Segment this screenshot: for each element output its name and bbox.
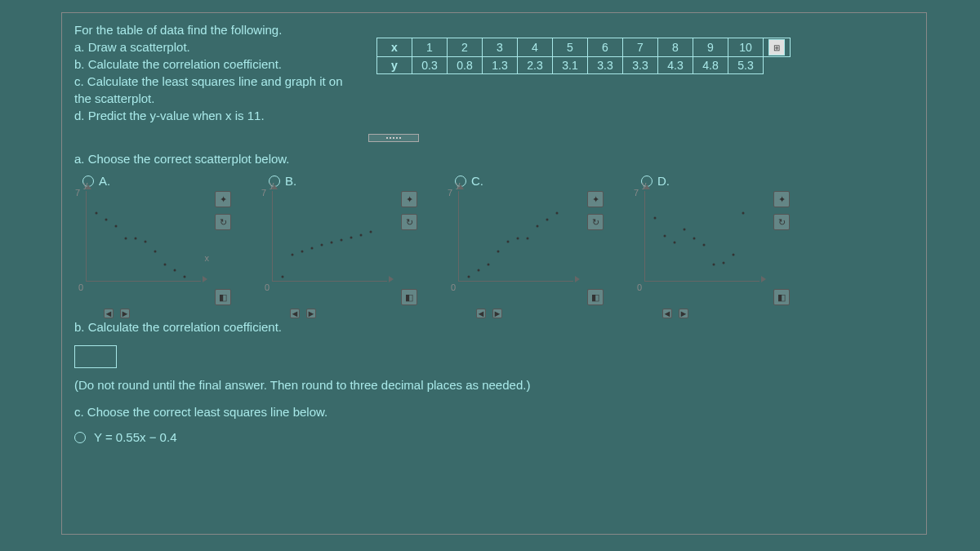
correlation-input[interactable]: [74, 345, 117, 368]
svg-point-8: [174, 269, 176, 272]
origin: 0: [451, 282, 456, 292]
expand-icon[interactable]: ◧: [773, 289, 790, 305]
section-c-prompt: c. Choose the correct least squares line…: [74, 405, 914, 419]
section-a-prompt: a. Choose the correct scatterplot below.: [74, 152, 914, 166]
cell: 4.8: [693, 57, 728, 74]
next-icon[interactable]: ►: [679, 309, 688, 318]
ytick: 7: [75, 188, 80, 198]
svg-point-23: [497, 251, 500, 253]
expand-icon[interactable]: ◧: [215, 289, 231, 305]
option-C-text: C.: [471, 174, 483, 188]
cell: 7: [623, 38, 658, 57]
option-A-label[interactable]: A.: [82, 174, 238, 188]
expand-icon[interactable]: ◧: [587, 289, 604, 305]
svg-point-38: [733, 254, 735, 256]
svg-point-36: [713, 264, 715, 266]
cell: 1.3: [483, 57, 518, 74]
reset-icon[interactable]: ↻: [215, 214, 231, 230]
svg-point-21: [478, 269, 480, 272]
svg-point-30: [654, 217, 657, 220]
plot-svg: [273, 191, 387, 281]
ylabel: y: [270, 180, 274, 189]
svg-point-10: [282, 276, 284, 278]
svg-point-34: [693, 238, 696, 240]
zoom-icon[interactable]: ✦: [587, 191, 604, 207]
option-D: D. y 7 0 ✦: [633, 174, 796, 305]
svg-point-32: [674, 242, 676, 244]
option-A: A. y 7 0 x: [74, 174, 238, 305]
rounding-hint: (Do not round until the final answer. Th…: [74, 378, 914, 392]
cell: 3.3: [623, 57, 658, 74]
svg-point-26: [527, 238, 529, 240]
option-D-text: D.: [657, 174, 670, 188]
equation-1-text: Y = 0.55x − 0.4: [94, 430, 176, 444]
cell: 0.8: [448, 57, 483, 74]
data-table-wrap: x 1 2 3 4 5 6 7 8 9 10 ⊞ y 0.3 0.8: [376, 21, 914, 124]
cell: 3.1: [553, 57, 588, 74]
plot-svg: [459, 191, 573, 281]
radio-eq1[interactable]: [74, 432, 86, 443]
svg-point-17: [350, 237, 353, 239]
svg-point-20: [468, 276, 470, 278]
option-B: B. y 7 0 ✦: [261, 174, 424, 305]
xlabel: x: [205, 253, 210, 263]
svg-point-18: [360, 234, 363, 237]
cell: 9: [693, 38, 728, 57]
zoom-icon[interactable]: ✦: [773, 191, 790, 207]
zoom-icon[interactable]: ✦: [215, 191, 231, 207]
question-panel: For the table of data find the following…: [61, 12, 927, 535]
option-D-label[interactable]: D.: [641, 174, 796, 188]
option-A-text: A.: [99, 174, 110, 188]
cell: 2: [448, 38, 483, 57]
svg-point-5: [145, 241, 147, 243]
ytick: 7: [261, 188, 266, 198]
copy-icon[interactable]: ⊞: [768, 39, 785, 56]
cell: 2.3: [518, 57, 553, 74]
svg-point-6: [154, 251, 157, 253]
reset-icon[interactable]: ↻: [587, 214, 604, 230]
svg-point-2: [115, 225, 118, 228]
svg-point-14: [321, 244, 323, 247]
svg-point-4: [135, 238, 137, 240]
zoom-icon[interactable]: ✦: [401, 191, 417, 207]
equation-option-1[interactable]: Y = 0.55x − 0.4: [74, 430, 914, 444]
options-row: A. y 7 0 x: [74, 174, 914, 305]
prev-icon[interactable]: ◄: [662, 309, 672, 318]
next-icon[interactable]: ►: [306, 309, 316, 318]
option-C-label[interactable]: C.: [455, 174, 610, 188]
intro-row: For the table of data find the following…: [74, 21, 914, 124]
svg-point-16: [341, 239, 343, 242]
expand-icon[interactable]: ◧: [401, 289, 417, 305]
section-divider: [368, 134, 419, 142]
origin: 0: [265, 282, 270, 292]
svg-point-19: [370, 231, 372, 233]
next-icon[interactable]: ►: [492, 309, 502, 318]
svg-point-35: [703, 244, 706, 247]
svg-point-31: [664, 235, 666, 238]
scatterplot-B: y 7 0: [272, 191, 387, 282]
next-icon[interactable]: ►: [120, 309, 130, 318]
svg-point-3: [125, 238, 127, 240]
cell: 6: [588, 38, 623, 57]
plot-svg: [87, 191, 201, 281]
reset-icon[interactable]: ↻: [401, 214, 417, 230]
prev-icon[interactable]: ◄: [476, 309, 486, 318]
svg-point-15: [331, 242, 333, 244]
option-B-label[interactable]: B.: [269, 174, 424, 188]
svg-point-11: [292, 254, 294, 256]
prev-icon[interactable]: ◄: [290, 309, 300, 318]
ylabel: y: [83, 180, 88, 189]
ylabel: y: [642, 180, 647, 189]
prev-icon[interactable]: ◄: [104, 309, 114, 318]
section-b-prompt: b. Calculate the correlation coefficient…: [74, 320, 914, 334]
intro-text: For the table of data find the following…: [74, 21, 352, 124]
svg-point-1: [105, 219, 108, 221]
svg-point-39: [742, 212, 745, 215]
svg-point-37: [723, 262, 725, 264]
data-table: x 1 2 3 4 5 6 7 8 9 10 ⊞ y 0.3 0.8: [376, 38, 791, 74]
ytick: 7: [634, 188, 639, 198]
option-C: C. y 7 0 ✦: [447, 174, 610, 305]
svg-point-9: [184, 276, 186, 278]
cell: 5.3: [728, 57, 764, 74]
reset-icon[interactable]: ↻: [773, 214, 790, 230]
